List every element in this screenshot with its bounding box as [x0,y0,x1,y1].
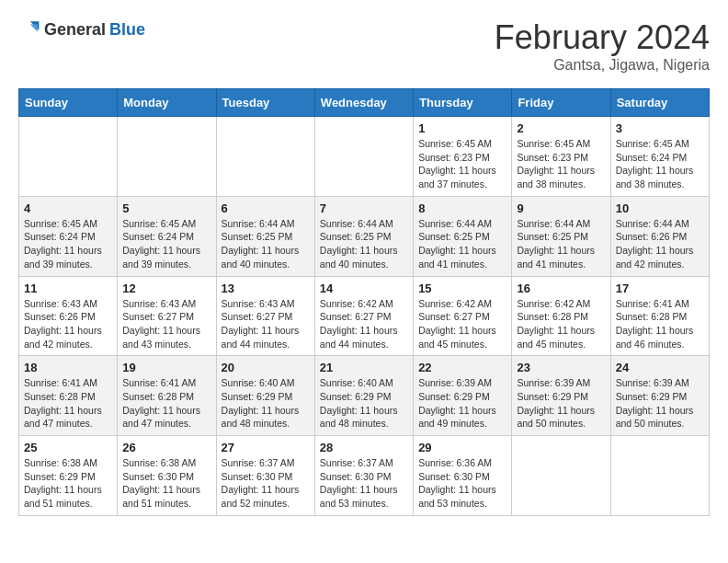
day-number: 1 [418,121,506,135]
day-info: Sunrise: 6:45 AM Sunset: 6:23 PM Dayligh… [418,137,506,191]
calendar-title: February 2024 [495,18,710,57]
calendar-table: Sunday Monday Tuesday Wednesday Thursday… [18,88,710,516]
day-number: 18 [24,361,112,374]
day-info: Sunrise: 6:44 AM Sunset: 6:25 PM Dayligh… [517,217,605,271]
calendar-week-row: 25Sunrise: 6:38 AM Sunset: 6:29 PM Dayli… [19,436,710,516]
day-info: Sunrise: 6:43 AM Sunset: 6:27 PM Dayligh… [122,297,210,351]
logo-icon [18,18,40,40]
calendar-cell: 18Sunrise: 6:41 AM Sunset: 6:28 PM Dayli… [19,356,118,436]
day-number: 2 [517,121,605,135]
day-info: Sunrise: 6:38 AM Sunset: 6:29 PM Dayligh… [24,456,112,511]
calendar-cell: 9Sunrise: 6:44 AM Sunset: 6:25 PM Daylig… [512,196,610,276]
day-number: 11 [24,282,112,295]
day-info: Sunrise: 6:41 AM Sunset: 6:28 PM Dayligh… [24,376,112,431]
day-number: 20 [222,361,310,374]
day-info: Sunrise: 6:40 AM Sunset: 6:29 PM Dayligh… [320,376,408,431]
day-number: 27 [222,441,310,454]
col-sunday: Sunday [19,89,118,117]
day-number: 5 [122,201,210,215]
day-number: 3 [616,121,704,135]
col-friday: Friday [512,89,610,117]
day-info: Sunrise: 6:43 AM Sunset: 6:27 PM Dayligh… [222,297,310,351]
day-info: Sunrise: 6:45 AM Sunset: 6:24 PM Dayligh… [24,217,112,271]
day-number: 17 [616,282,704,295]
day-number: 8 [418,201,506,215]
day-number: 13 [222,282,310,295]
calendar-cell: 13Sunrise: 6:43 AM Sunset: 6:27 PM Dayli… [216,276,314,356]
day-number: 21 [320,361,408,374]
day-info: Sunrise: 6:39 AM Sunset: 6:29 PM Dayligh… [418,376,506,431]
calendar-body: 1Sunrise: 6:45 AM Sunset: 6:23 PM Daylig… [19,117,710,516]
calendar-cell [610,436,709,516]
col-monday: Monday [118,89,216,117]
day-number: 12 [122,282,210,295]
day-info: Sunrise: 6:41 AM Sunset: 6:28 PM Dayligh… [122,376,210,431]
day-number: 9 [517,201,605,215]
calendar-cell: 19Sunrise: 6:41 AM Sunset: 6:28 PM Dayli… [118,356,216,436]
calendar-cell: 26Sunrise: 6:38 AM Sunset: 6:30 PM Dayli… [118,436,216,516]
day-number: 26 [122,441,210,454]
calendar-header: Sunday Monday Tuesday Wednesday Thursday… [19,89,710,117]
calendar-cell [216,117,314,197]
day-info: Sunrise: 6:45 AM Sunset: 6:24 PM Dayligh… [616,137,704,191]
day-info: Sunrise: 6:44 AM Sunset: 6:25 PM Dayligh… [418,217,506,271]
calendar-cell: 27Sunrise: 6:37 AM Sunset: 6:30 PM Dayli… [216,436,314,516]
col-thursday: Thursday [414,89,512,117]
calendar-cell: 12Sunrise: 6:43 AM Sunset: 6:27 PM Dayli… [118,276,216,356]
day-number: 28 [320,441,408,454]
page-header: GeneralBlue February 2024 Gantsa, Jigawa… [18,18,710,74]
calendar-cell: 29Sunrise: 6:36 AM Sunset: 6:30 PM Dayli… [414,436,512,516]
day-info: Sunrise: 6:44 AM Sunset: 6:26 PM Dayligh… [616,217,704,271]
day-number: 4 [24,201,112,215]
day-info: Sunrise: 6:39 AM Sunset: 6:29 PM Dayligh… [517,376,605,431]
logo-general-text: General [44,20,106,40]
day-info: Sunrise: 6:44 AM Sunset: 6:25 PM Dayligh… [320,217,408,271]
calendar-cell: 7Sunrise: 6:44 AM Sunset: 6:25 PM Daylig… [314,196,413,276]
calendar-week-row: 4Sunrise: 6:45 AM Sunset: 6:24 PM Daylig… [19,196,710,276]
day-info: Sunrise: 6:45 AM Sunset: 6:23 PM Dayligh… [517,137,605,191]
day-number: 15 [418,282,506,295]
calendar-cell [314,117,413,197]
day-number: 6 [222,201,310,215]
day-info: Sunrise: 6:44 AM Sunset: 6:25 PM Dayligh… [222,217,310,271]
calendar-cell: 22Sunrise: 6:39 AM Sunset: 6:29 PM Dayli… [414,356,512,436]
calendar-cell: 4Sunrise: 6:45 AM Sunset: 6:24 PM Daylig… [19,196,118,276]
day-info: Sunrise: 6:42 AM Sunset: 6:28 PM Dayligh… [517,297,605,351]
calendar-cell [19,117,118,197]
col-saturday: Saturday [610,89,709,117]
day-info: Sunrise: 6:45 AM Sunset: 6:24 PM Dayligh… [122,217,210,271]
calendar-cell: 20Sunrise: 6:40 AM Sunset: 6:29 PM Dayli… [216,356,314,436]
day-info: Sunrise: 6:41 AM Sunset: 6:28 PM Dayligh… [616,297,704,351]
calendar-cell [118,117,216,197]
day-number: 7 [320,201,408,215]
day-number: 23 [517,361,605,374]
calendar-week-row: 11Sunrise: 6:43 AM Sunset: 6:26 PM Dayli… [19,276,710,356]
logo: GeneralBlue [18,18,145,40]
calendar-cell: 1Sunrise: 6:45 AM Sunset: 6:23 PM Daylig… [414,117,512,197]
day-info: Sunrise: 6:37 AM Sunset: 6:30 PM Dayligh… [222,456,310,511]
day-info: Sunrise: 6:40 AM Sunset: 6:29 PM Dayligh… [222,376,310,431]
calendar-cell: 24Sunrise: 6:39 AM Sunset: 6:29 PM Dayli… [610,356,709,436]
day-number: 10 [616,201,704,215]
calendar-cell: 25Sunrise: 6:38 AM Sunset: 6:29 PM Dayli… [19,436,118,516]
col-wednesday: Wednesday [314,89,413,117]
calendar-cell: 16Sunrise: 6:42 AM Sunset: 6:28 PM Dayli… [512,276,610,356]
header-row: Sunday Monday Tuesday Wednesday Thursday… [19,89,710,117]
calendar-cell: 17Sunrise: 6:41 AM Sunset: 6:28 PM Dayli… [610,276,709,356]
day-info: Sunrise: 6:39 AM Sunset: 6:29 PM Dayligh… [616,376,704,431]
calendar-cell: 8Sunrise: 6:44 AM Sunset: 6:25 PM Daylig… [414,196,512,276]
calendar-week-row: 1Sunrise: 6:45 AM Sunset: 6:23 PM Daylig… [19,117,710,197]
calendar-cell: 2Sunrise: 6:45 AM Sunset: 6:23 PM Daylig… [512,117,610,197]
logo-blue-text: Blue [109,20,145,40]
day-number: 24 [616,361,704,374]
day-info: Sunrise: 6:38 AM Sunset: 6:30 PM Dayligh… [122,456,210,511]
day-number: 14 [320,282,408,295]
calendar-cell: 6Sunrise: 6:44 AM Sunset: 6:25 PM Daylig… [216,196,314,276]
calendar-cell [512,436,610,516]
day-info: Sunrise: 6:42 AM Sunset: 6:27 PM Dayligh… [418,297,506,351]
calendar-week-row: 18Sunrise: 6:41 AM Sunset: 6:28 PM Dayli… [19,356,710,436]
day-number: 22 [418,361,506,374]
calendar-cell: 14Sunrise: 6:42 AM Sunset: 6:27 PM Dayli… [314,276,413,356]
day-info: Sunrise: 6:42 AM Sunset: 6:27 PM Dayligh… [320,297,408,351]
title-block: February 2024 Gantsa, Jigawa, Nigeria [495,18,710,74]
